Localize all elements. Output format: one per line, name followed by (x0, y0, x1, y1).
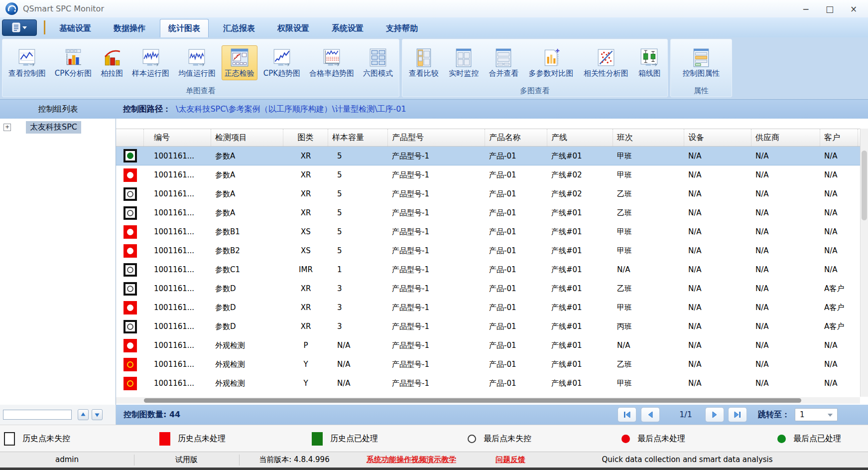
table-row[interactable]: 1001161...参数DXR3产品型号-1产品-01产线#01乙班N/AN/A… (116, 279, 860, 298)
goto-page-select[interactable]: 1 (795, 408, 838, 421)
tab-basic-settings[interactable]: 基础设置 (51, 19, 99, 37)
ribbon-button-view-compare[interactable]: 查看比较 (406, 45, 442, 80)
table-cell: 3 (328, 279, 388, 298)
column-header[interactable]: 产品名称 (485, 129, 547, 146)
column-header[interactable] (116, 129, 144, 146)
ribbon-button-view-control-chart[interactable]: 查看控制图 (5, 45, 49, 80)
table-cell: N/A (328, 355, 388, 374)
ribbon-button-cpk-trend[interactable]: CPK趋势图 (260, 45, 303, 80)
divider (239, 455, 240, 466)
video-tutorial-link[interactable]: 系统功能操作视频演示教学 (350, 452, 473, 468)
table-cell: 产线#01 (547, 222, 613, 241)
ribbon-group-label: 属性 (671, 86, 732, 97)
column-header[interactable]: 设备 (684, 129, 751, 146)
slogan-label: Quick data collection and smart data ana… (548, 452, 827, 468)
ribbon-button-cpk-analysis[interactable]: CPK分析图 (52, 45, 95, 80)
table-row[interactable]: 1001161...参数B2XS5产品型号-1产品-01产线#01甲班N/AN/… (116, 241, 860, 260)
table-row[interactable]: 1001161...参数C1IMR1产品型号-1产品-01产线#01N/AN/A… (116, 260, 860, 279)
ribbon-button-pass-rate-trend[interactable]: 合格率趋势图 (306, 45, 357, 80)
table-cell: 产线#01 (547, 355, 613, 374)
table-cell: N/A (751, 165, 820, 184)
column-header[interactable]: 编号 (144, 129, 211, 146)
vertical-scrollbar-thumb[interactable] (862, 151, 867, 220)
table-cell: N/A (820, 374, 858, 393)
table-row[interactable]: 1001161...参数AXR5产品型号-1产品-01产线#02甲班N/AN/A… (116, 165, 860, 184)
table-cell: Y (283, 355, 328, 374)
close-button[interactable]: × (848, 4, 859, 14)
column-header[interactable]: 图类 (283, 129, 328, 146)
ribbon-button-boxplot[interactable]: 箱线图 (635, 45, 664, 80)
tree-node-label[interactable]: 太友科技SPC (26, 121, 81, 134)
ribbon-button-pareto[interactable]: 柏拉图 (98, 45, 126, 80)
ribbon-button-realtime-monitor[interactable]: 实时监控 (446, 45, 482, 80)
table-cell: 产品型号-1 (388, 241, 485, 260)
tree-expand-icon[interactable]: + (3, 124, 11, 131)
column-header[interactable]: 班次 (613, 129, 684, 146)
table-cell: 1001161... (144, 279, 211, 298)
vertical-scrollbar[interactable] (860, 129, 868, 397)
control-group-list-title: 控制组列表 (0, 104, 116, 115)
ribbon-button-sample-run[interactable]: 样本运行图 (129, 45, 172, 80)
tab-statistical-charts[interactable]: 统计图表 (160, 19, 209, 37)
column-header[interactable]: 产线 (547, 129, 613, 146)
legend-ci-green-mark (777, 435, 786, 443)
tab-data-operations[interactable]: 数据操作 (106, 19, 153, 37)
column-header[interactable]: 样本容量 (328, 129, 388, 146)
ribbon-button-label: 查看控制图 (8, 69, 46, 78)
ribbon-button-correlation-analysis[interactable]: 相关性分析图 (581, 45, 631, 80)
feedback-link[interactable]: 问题反馈 (473, 452, 548, 468)
horizontal-scrollbar[interactable] (116, 397, 860, 404)
ribbon-button-label: 样本运行图 (132, 69, 169, 78)
tree-search-input[interactable] (3, 410, 72, 420)
tab-permission-settings[interactable]: 权限设置 (269, 19, 317, 37)
minimize-button[interactable]: − (800, 4, 811, 14)
table-row[interactable]: 1001161...参数AXR5产品型号-1产品-01产线#01甲班N/AN/A… (116, 147, 860, 165)
ribbon-button-multi-param-compare[interactable]: 多参数对比图 (526, 45, 577, 80)
table-cell: N/A (751, 374, 820, 393)
first-page-button[interactable] (618, 407, 636, 422)
table-row[interactable]: 1001161...参数DXR3产品型号-1产品-01产线#01丙班N/AN/A… (116, 317, 860, 336)
ribbon-button-normality-test[interactable]: 正态检验 (222, 45, 257, 80)
table-cell: 产品-01 (485, 203, 547, 222)
ribbon-button-merged-view[interactable]: 合并查看 (486, 45, 521, 80)
maximize-button[interactable]: □ (824, 4, 835, 14)
column-header[interactable]: 客户 (820, 129, 858, 146)
prev-page-button[interactable] (641, 407, 660, 422)
next-page-button[interactable] (705, 407, 724, 422)
table-cell: XR (283, 203, 328, 222)
move-down-button[interactable] (92, 409, 103, 420)
pass-rate-trend-icon (322, 48, 342, 68)
table-row[interactable]: 1001161...外观检测YN/A产品型号-1产品-01产线#01乙班N/AN… (116, 355, 860, 374)
ribbon-button-label: 六图模式 (363, 69, 393, 78)
table-row[interactable]: 1001161...参数DXR3产品型号-1产品-01产线#01甲班N/AN/A… (116, 298, 860, 317)
column-header[interactable]: 供应商 (751, 129, 820, 146)
table-cell: 甲班 (613, 298, 684, 317)
table-row[interactable]: 1001161...参数AXR5产品型号-1产品-01产线#02乙班N/AN/A… (116, 184, 860, 203)
table-row[interactable]: 1001161...参数B1XS5产品型号-1产品-01产线#01甲班N/AN/… (116, 222, 860, 241)
table-row[interactable]: 1001161...参数AXR5产品型号-1产品-01产线#01乙班N/AN/A… (116, 203, 860, 222)
normality-test-icon (230, 48, 249, 68)
horizontal-scrollbar-thumb[interactable] (144, 398, 801, 403)
table-cell: 参数A (211, 165, 283, 184)
tree-node-root[interactable]: + 太友科技SPC (0, 121, 116, 134)
column-header[interactable]: 产品型号 (388, 129, 485, 146)
app-menu-button[interactable] (2, 19, 37, 36)
legend-ci-red-mark (621, 435, 630, 443)
table-cell: 参数A (211, 147, 283, 165)
status-red-dot-icon (124, 244, 137, 258)
table-cell: 1001161... (144, 355, 211, 374)
table-cell: 产品-01 (485, 222, 547, 241)
tab-system-settings[interactable]: 系统设置 (324, 19, 372, 37)
ribbon-button-mean-run[interactable]: 均值运行图 (175, 45, 219, 80)
tab-summary-reports[interactable]: 汇总报表 (215, 19, 263, 37)
ribbon-button-label: 实时监控 (449, 69, 479, 78)
table-row[interactable]: 1001161...外观检测PN/A产品型号-1产品-01产线#01N/AN/A… (116, 336, 860, 355)
column-header[interactable]: 检测项目 (211, 129, 283, 146)
ribbon-button-control-chart-props[interactable]: 控制图属性 (680, 45, 723, 80)
move-up-button[interactable] (78, 409, 89, 420)
table-cell: 产线#01 (547, 147, 613, 165)
table-row[interactable]: 1001161...外观检测YN/A产品型号-1产品-01产线#01甲班N/AN… (116, 374, 860, 393)
last-page-button[interactable] (728, 407, 747, 422)
tab-support-help[interactable]: 支持帮助 (378, 19, 426, 37)
ribbon-button-six-chart-mode[interactable]: 六图模式 (360, 45, 396, 80)
